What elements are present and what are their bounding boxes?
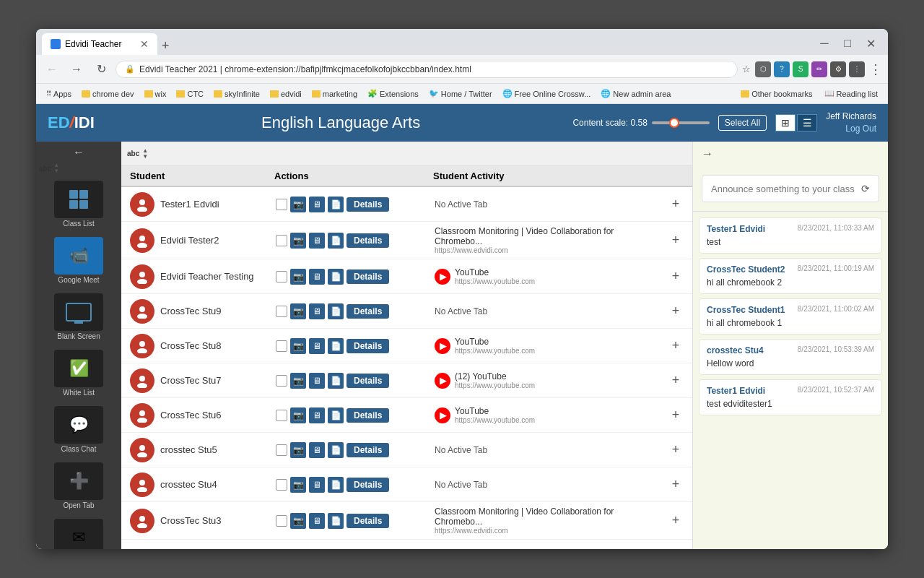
ext-icon-1[interactable]: ⬡ xyxy=(755,61,771,77)
row-expand-button[interactable]: + xyxy=(668,407,684,423)
screen-button[interactable]: 🖥 xyxy=(309,303,325,319)
ext-icon-3[interactable]: S xyxy=(793,61,808,77)
camera-button[interactable]: 📷 xyxy=(290,373,306,389)
bookmark-ctc[interactable]: CTC xyxy=(172,88,208,100)
forward-button[interactable]: → xyxy=(66,59,87,79)
details-button[interactable]: Details xyxy=(346,339,389,353)
details-button[interactable]: Details xyxy=(346,374,389,388)
select-checkbox[interactable] xyxy=(276,199,287,210)
bookmark-admin[interactable]: 🌐 New admin area xyxy=(596,87,675,100)
file-button[interactable]: 📄 xyxy=(328,373,344,389)
screen-button[interactable]: 🖥 xyxy=(309,513,325,529)
sidebar-item-open-tab[interactable]: ➕ Open Tab xyxy=(36,458,121,514)
details-button[interactable]: Details xyxy=(346,233,389,248)
ext-icon-4[interactable]: ✏ xyxy=(811,61,827,77)
other-bookmarks[interactable]: Other bookmarks xyxy=(736,87,816,100)
file-button[interactable]: 📄 xyxy=(328,338,344,354)
browser-menu-button[interactable]: ⋮ xyxy=(869,61,882,77)
details-button[interactable]: Details xyxy=(346,269,389,284)
bookmark-skyinfinite[interactable]: skyInfinite xyxy=(209,88,264,100)
bookmark-crossword[interactable]: 🌐 Free Online Crossw... xyxy=(498,87,596,100)
announce-refresh-icon[interactable]: ⟳ xyxy=(861,183,870,194)
sidebar-collapse-button[interactable]: ← xyxy=(71,144,86,160)
screen-button[interactable]: 🖥 xyxy=(309,338,325,354)
screen-button[interactable]: 🖥 xyxy=(309,442,325,458)
bookmark-chrome-dev[interactable]: chrome dev xyxy=(77,88,138,100)
camera-button[interactable]: 📷 xyxy=(290,303,306,319)
camera-button[interactable]: 📷 xyxy=(290,269,306,285)
active-tab[interactable]: Edvidi Teacher ✕ xyxy=(42,33,157,55)
tab-close-button[interactable]: ✕ xyxy=(140,38,149,50)
bookmark-edvidi[interactable]: edvidi xyxy=(266,88,306,100)
row-expand-button[interactable]: + xyxy=(668,373,684,389)
reading-list[interactable]: 📖 Reading list xyxy=(820,87,882,100)
select-checkbox[interactable] xyxy=(276,340,287,352)
back-button[interactable]: ← xyxy=(42,59,62,79)
sidebar-item-email[interactable]: ✉ Email xyxy=(36,514,121,549)
minimize-button[interactable]: ─ xyxy=(816,35,833,52)
file-button[interactable]: 📄 xyxy=(328,513,344,529)
screen-button[interactable]: 🖥 xyxy=(309,373,325,389)
close-window-button[interactable]: ✕ xyxy=(862,35,879,52)
select-checkbox[interactable] xyxy=(276,515,287,527)
sidebar-item-google-meet[interactable]: 📹 Google Meet xyxy=(36,233,121,289)
reload-button[interactable]: ↻ xyxy=(91,59,111,79)
select-checkbox[interactable] xyxy=(276,375,287,387)
row-expand-button[interactable]: + xyxy=(668,197,684,212)
select-checkbox[interactable] xyxy=(276,235,287,246)
new-tab-button[interactable]: + xyxy=(157,38,174,53)
details-button[interactable]: Details xyxy=(346,197,389,212)
file-button[interactable]: 📄 xyxy=(328,197,344,212)
ext-icon-5[interactable]: ⚙ xyxy=(830,61,846,77)
camera-button[interactable]: 📷 xyxy=(290,197,306,212)
sort-down-arrow[interactable]: ▼ xyxy=(53,168,59,174)
row-expand-button[interactable]: + xyxy=(668,442,684,458)
camera-button[interactable]: 📷 xyxy=(290,338,306,354)
table-sort-arrows[interactable]: ▲ ▼ xyxy=(142,148,148,160)
details-button[interactable]: Details xyxy=(346,514,389,528)
scale-slider[interactable] xyxy=(652,121,710,124)
details-button[interactable]: Details xyxy=(346,304,389,319)
file-button[interactable]: 📄 xyxy=(328,269,344,285)
bookmark-wix[interactable]: wix xyxy=(140,88,171,100)
camera-button[interactable]: 📷 xyxy=(290,513,306,529)
sidebar-item-white-list[interactable]: ✅ White List xyxy=(36,345,121,402)
row-expand-button[interactable]: + xyxy=(668,513,684,529)
camera-button[interactable]: 📷 xyxy=(290,233,306,249)
select-checkbox[interactable] xyxy=(276,306,287,317)
select-checkbox[interactable] xyxy=(276,479,287,491)
row-expand-button[interactable]: + xyxy=(668,303,684,319)
sort-arrows[interactable]: ▲ ▼ xyxy=(53,163,59,174)
ext-icon-2[interactable]: ? xyxy=(774,61,790,77)
select-checkbox[interactable] xyxy=(276,444,287,456)
row-expand-button[interactable]: + xyxy=(668,477,684,493)
file-button[interactable]: 📄 xyxy=(328,442,344,458)
file-button[interactable]: 📄 xyxy=(328,477,344,493)
camera-button[interactable]: 📷 xyxy=(290,442,306,458)
logout-button[interactable]: Log Out xyxy=(826,123,876,135)
maximize-button[interactable]: □ xyxy=(839,35,856,52)
select-all-button[interactable]: Select All xyxy=(718,115,767,131)
screen-button[interactable]: 🖥 xyxy=(309,233,325,249)
row-expand-button[interactable]: + xyxy=(668,233,684,249)
row-expand-button[interactable]: + xyxy=(668,269,684,285)
camera-button[interactable]: 📷 xyxy=(290,407,306,423)
sidebar-item-blank-screen[interactable]: Blank Screen xyxy=(36,289,121,345)
table-sort-down[interactable]: ▼ xyxy=(142,154,148,160)
bookmark-apps[interactable]: ⠿ Apps xyxy=(42,88,76,100)
announce-box[interactable]: Announce something to your class ⟳ xyxy=(702,175,879,202)
file-button[interactable]: 📄 xyxy=(328,233,344,249)
row-expand-button[interactable]: + xyxy=(668,338,684,354)
bookmark-button[interactable]: ☆ xyxy=(742,64,751,74)
ext-icon-6[interactable]: ⋮ xyxy=(849,61,865,77)
select-checkbox[interactable] xyxy=(276,271,287,282)
address-input[interactable]: 🔒 Edvidi Teacher 2021 | chrome-extension… xyxy=(116,61,738,78)
right-panel-expand-button[interactable]: → xyxy=(699,144,716,163)
screen-button[interactable]: 🖥 xyxy=(309,477,325,493)
sidebar-item-class-list[interactable]: Class List xyxy=(36,176,121,233)
details-button[interactable]: Details xyxy=(346,478,389,492)
details-button[interactable]: Details xyxy=(346,408,389,423)
sidebar-item-class-chat[interactable]: 💬 Class Chat xyxy=(36,402,121,458)
file-button[interactable]: 📄 xyxy=(328,407,344,423)
screen-button[interactable]: 🖥 xyxy=(309,269,325,285)
